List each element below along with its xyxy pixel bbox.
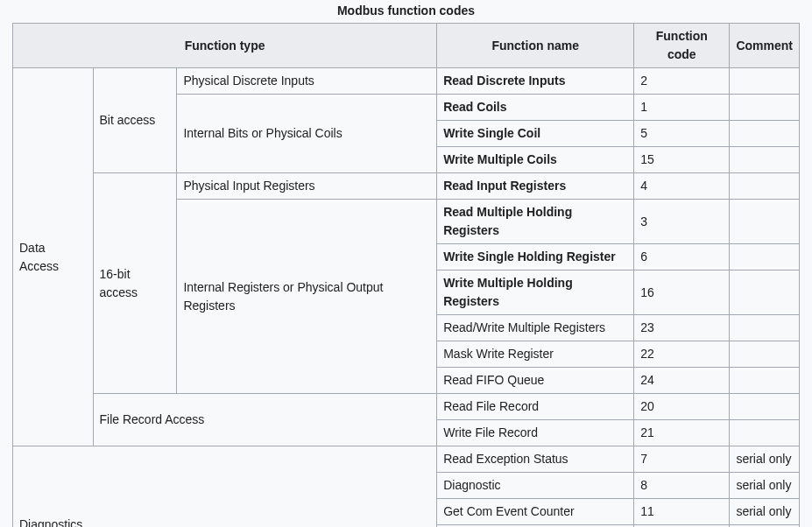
fn-comment bbox=[730, 244, 800, 271]
fn-comment bbox=[730, 121, 800, 147]
group-diagnostics: Diagnostics bbox=[13, 446, 437, 528]
fn-code: 3 bbox=[634, 200, 730, 244]
fn-name: Read Exception Status bbox=[437, 446, 634, 473]
col-comment: Comment bbox=[730, 24, 800, 68]
fn-code: 8 bbox=[634, 473, 730, 499]
fn-name: Read File Record bbox=[437, 394, 634, 420]
fn-comment bbox=[730, 420, 800, 446]
fn-code: 24 bbox=[634, 368, 730, 394]
fn-comment bbox=[730, 147, 800, 173]
fn-comment bbox=[730, 271, 800, 315]
modbus-function-codes-table: Modbus function codes Function type Func… bbox=[12, 0, 800, 527]
fn-name: Read Input Registers bbox=[437, 173, 634, 200]
fn-name: Write Multiple Coils bbox=[437, 147, 634, 173]
group-file-record: File Record Access bbox=[93, 394, 437, 446]
fn-comment: serial only bbox=[730, 446, 800, 473]
group-data-access: Data Access bbox=[13, 68, 94, 446]
fn-name: Read Multiple Holding Registers bbox=[437, 200, 634, 244]
fn-comment bbox=[730, 68, 800, 95]
col-function-code: Function code bbox=[634, 24, 730, 68]
fn-name: Mask Write Register bbox=[437, 341, 634, 368]
fn-code: 16 bbox=[634, 271, 730, 315]
subgroup-irpor: Internal Registers or Physical Output Re… bbox=[177, 200, 437, 394]
fn-comment: serial only bbox=[730, 499, 800, 525]
fn-comment bbox=[730, 173, 800, 200]
fn-code: 22 bbox=[634, 341, 730, 368]
fn-code: 15 bbox=[634, 147, 730, 173]
fn-comment bbox=[730, 315, 800, 341]
fn-code: 4 bbox=[634, 173, 730, 200]
fn-name: Get Com Event Counter bbox=[437, 499, 634, 525]
fn-name: Read Coils bbox=[437, 95, 634, 121]
fn-name: Write Single Coil bbox=[437, 121, 634, 147]
header-row: Function type Function name Function cod… bbox=[13, 24, 800, 68]
table-row: Data Access Bit access Physical Discrete… bbox=[13, 68, 800, 95]
fn-name: Diagnostic bbox=[437, 473, 634, 499]
fn-code: 6 bbox=[634, 244, 730, 271]
fn-name: Read Discrete Inputs bbox=[437, 68, 634, 95]
fn-code: 5 bbox=[634, 121, 730, 147]
fn-comment bbox=[730, 368, 800, 394]
col-function-name: Function name bbox=[437, 24, 634, 68]
subgroup-pdi: Physical Discrete Inputs bbox=[177, 68, 437, 95]
table-caption: Modbus function codes bbox=[12, 0, 800, 23]
fn-code: 11 bbox=[634, 499, 730, 525]
fn-name: Read/Write Multiple Registers bbox=[437, 315, 634, 341]
col-function-type: Function type bbox=[13, 24, 437, 68]
fn-code: 2 bbox=[634, 68, 730, 95]
fn-comment bbox=[730, 394, 800, 420]
fn-code: 7 bbox=[634, 446, 730, 473]
fn-comment bbox=[730, 341, 800, 368]
group-bit-access: Bit access bbox=[93, 68, 177, 173]
fn-code: 1 bbox=[634, 95, 730, 121]
fn-name: Write File Record bbox=[437, 420, 634, 446]
table-row: Diagnostics Read Exception Status 7 seri… bbox=[13, 446, 800, 473]
fn-code: 20 bbox=[634, 394, 730, 420]
fn-comment bbox=[730, 95, 800, 121]
fn-name: Read FIFO Queue bbox=[437, 368, 634, 394]
subgroup-ibpc: Internal Bits or Physical Coils bbox=[177, 95, 437, 173]
group-16bit-access: 16-bit access bbox=[93, 173, 177, 394]
fn-comment: serial only bbox=[730, 473, 800, 499]
fn-name: Write Multiple Holding Registers bbox=[437, 271, 634, 315]
fn-name: Write Single Holding Register bbox=[437, 244, 634, 271]
table-row: 16-bit access Physical Input Registers R… bbox=[13, 173, 800, 200]
subgroup-pir: Physical Input Registers bbox=[177, 173, 437, 200]
fn-comment bbox=[730, 200, 800, 244]
table-row: File Record Access Read File Record 20 bbox=[13, 394, 800, 420]
fn-code: 21 bbox=[634, 420, 730, 446]
fn-code: 23 bbox=[634, 315, 730, 341]
